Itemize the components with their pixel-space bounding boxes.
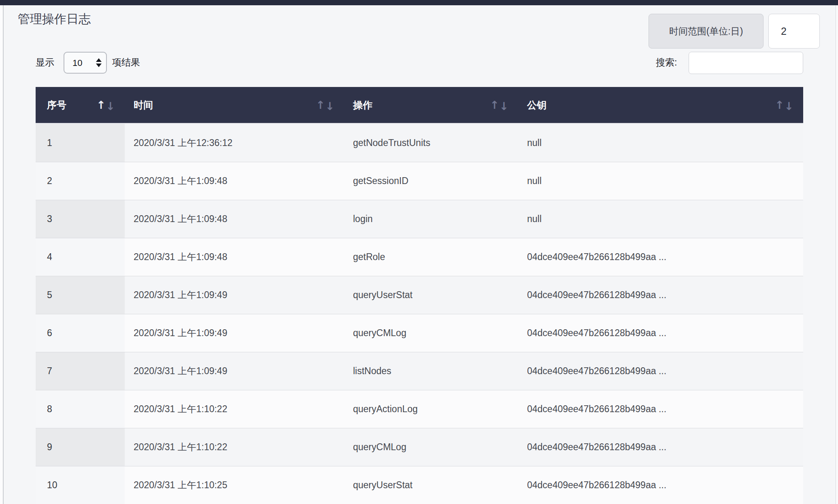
page-size-select[interactable]: 10 [64, 52, 107, 74]
cell-index: 6 [36, 314, 125, 352]
sort-down-arrow-icon: ↓ [325, 101, 334, 112]
column-header-operation[interactable]: 操作 ↑ ↓ [344, 87, 518, 123]
sort-up-arrow-icon: ↑ [490, 100, 499, 110]
page-title: 管理操作日志 [18, 11, 91, 28]
table-row: 5 2020/3/31 上午1:09:49 queryUserStat 04dc… [36, 276, 803, 314]
cell-time: 2020/3/31 上午1:09:48 [125, 238, 344, 276]
time-range-label: 时间范围(单位:日) [649, 14, 764, 49]
cell-time: 2020/3/31 上午1:09:49 [125, 276, 344, 314]
cell-operation: login [344, 200, 518, 238]
sort-up-arrow-icon: ↑ [316, 100, 325, 110]
right-page-gutter [836, 5, 838, 504]
cell-time: 2020/3/31 上午1:09:49 [125, 352, 344, 390]
cell-operation: queryCMLog [344, 314, 518, 352]
page-size-results-label: 项结果 [112, 56, 140, 69]
column-header-label: 时间 [134, 99, 153, 112]
column-header-time[interactable]: 时间 ↑ ↓ [125, 87, 344, 123]
cell-public-key: 04dce409ee47b266128b499aa ... [518, 466, 803, 504]
cell-operation: listNodes [344, 352, 518, 390]
cell-time: 2020/3/31 上午1:10:25 [125, 466, 344, 504]
left-page-gutter [0, 5, 4, 504]
cell-operation: queryUserStat [344, 466, 518, 504]
column-header-index[interactable]: 序号 ↑ ↓ [36, 87, 125, 123]
table-row: 4 2020/3/31 上午1:09:48 getRole 04dce409ee… [36, 238, 803, 276]
cell-public-key: null [518, 200, 803, 238]
table-row: 3 2020/3/31 上午1:09:48 login null [36, 200, 803, 238]
table-header-row: 序号 ↑ ↓ 时间 ↑ ↓ 操作 ↑ ↓ 公钥 ↑ ↓ [36, 87, 803, 124]
sort-icon: ↑ ↓ [316, 100, 334, 110]
table-row: 10 2020/3/31 上午1:10:25 queryUserStat 04d… [36, 466, 803, 504]
cell-operation: queryActionLog [344, 390, 518, 428]
sort-icon: ↑ ↓ [775, 100, 793, 110]
sort-icon: ↑ ↓ [96, 100, 115, 110]
cell-index: 3 [36, 200, 125, 238]
cell-public-key: null [518, 162, 803, 200]
cell-public-key: 04dce409ee47b266128b499aa ... [518, 428, 803, 466]
cell-public-key: 04dce409ee47b266128b499aa ... [518, 352, 803, 390]
sort-down-arrow-icon: ↓ [784, 101, 793, 112]
table-row: 8 2020/3/31 上午1:10:22 queryActionLog 04d… [36, 390, 803, 428]
column-header-label: 公钥 [527, 99, 547, 112]
cell-time: 2020/3/31 上午1:09:49 [125, 314, 344, 352]
cell-time: 2020/3/31 上午1:09:48 [125, 200, 344, 238]
cell-index: 5 [36, 276, 125, 314]
cell-public-key: 04dce409ee47b266128b499aa ... [518, 238, 803, 276]
cell-public-key: 04dce409ee47b266128b499aa ... [518, 390, 803, 428]
table-row: 1 2020/3/31 上午12:36:12 getNodeTrustUnits… [36, 124, 803, 162]
cell-index: 7 [36, 352, 125, 390]
time-range-input[interactable] [768, 14, 820, 49]
page-size-select-wrap[interactable]: 10 [64, 52, 107, 74]
cell-operation: getNodeTrustUnits [344, 124, 518, 162]
sort-up-arrow-icon: ↑ [775, 100, 784, 110]
sort-up-arrow-icon: ↑ [96, 100, 106, 110]
table-row: 2 2020/3/31 上午1:09:48 getSessionID null [36, 162, 803, 200]
cell-index: 8 [36, 390, 125, 428]
search-label: 搜索: [656, 56, 677, 69]
cell-public-key: 04dce409ee47b266128b499aa ... [518, 276, 803, 314]
cell-time: 2020/3/31 上午1:09:48 [125, 162, 344, 200]
sort-down-arrow-icon: ↓ [106, 101, 115, 112]
operation-log-table: 序号 ↑ ↓ 时间 ↑ ↓ 操作 ↑ ↓ 公钥 ↑ ↓ 1 2020/3/31 … [36, 87, 803, 504]
table-body: 1 2020/3/31 上午12:36:12 getNodeTrustUnits… [36, 124, 803, 504]
cell-index: 4 [36, 238, 125, 276]
column-header-public-key[interactable]: 公钥 ↑ ↓ [518, 87, 803, 123]
table-row: 7 2020/3/31 上午1:09:49 listNodes 04dce409… [36, 352, 803, 390]
cell-index: 2 [36, 162, 125, 200]
sort-icon: ↑ ↓ [490, 100, 508, 110]
column-header-label: 操作 [353, 99, 372, 112]
cell-public-key: 04dce409ee47b266128b499aa ... [518, 314, 803, 352]
sort-down-arrow-icon: ↓ [499, 101, 508, 112]
cell-time: 2020/3/31 上午12:36:12 [125, 124, 344, 162]
cell-public-key: null [518, 124, 803, 162]
page-size-show-label: 显示 [36, 56, 54, 69]
search-input[interactable] [689, 52, 803, 74]
top-navigation-bar [0, 0, 838, 5]
cell-operation: queryCMLog [344, 428, 518, 466]
cell-index: 9 [36, 428, 125, 466]
table-row: 6 2020/3/31 上午1:09:49 queryCMLog 04dce40… [36, 314, 803, 352]
cell-time: 2020/3/31 上午1:10:22 [125, 428, 344, 466]
cell-index: 1 [36, 124, 125, 162]
column-header-label: 序号 [47, 99, 66, 112]
cell-index: 10 [36, 466, 125, 504]
table-row: 9 2020/3/31 上午1:10:22 queryCMLog 04dce40… [36, 428, 803, 466]
cell-operation: getRole [344, 238, 518, 276]
cell-operation: queryUserStat [344, 276, 518, 314]
cell-time: 2020/3/31 上午1:10:22 [125, 390, 344, 428]
cell-operation: getSessionID [344, 162, 518, 200]
